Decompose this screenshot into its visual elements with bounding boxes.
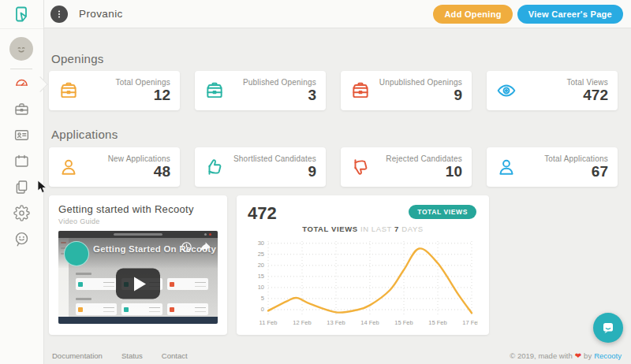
app-logo[interactable] [0, 0, 43, 29]
published-openings-card[interactable]: Published Openings 3 [195, 71, 326, 110]
svg-text:12 Feb: 12 Feb [293, 319, 311, 326]
svg-text:15 Feb: 15 Feb [394, 319, 413, 326]
settings-gear-icon[interactable] [13, 205, 30, 221]
openings-briefcase-icon[interactable] [13, 101, 30, 117]
pages-documents-icon[interactable] [13, 179, 30, 195]
stat-value: 472 [566, 87, 608, 104]
rejected-candidates-card[interactable]: Rejected Candidates 10 [341, 147, 472, 187]
briefcase-icon [350, 80, 371, 101]
company-name: Provanic [79, 8, 123, 20]
footer-link-status[interactable]: Status [121, 351, 143, 360]
video-overlay-title: Getting Started On Recooty [93, 244, 216, 254]
user-avatar[interactable] [9, 37, 33, 61]
svg-text:17 Feb: 17 Feb [462, 319, 478, 326]
person-icon [496, 157, 517, 177]
briefcase-icon [204, 80, 225, 101]
video-thumb-section-bar [76, 298, 91, 300]
applications-cards-row: New Applications 48 Shortlisted Candidat… [49, 147, 618, 187]
svg-text:15 Feb: 15 Feb [428, 319, 446, 326]
schedule-calendar-icon[interactable] [13, 153, 30, 169]
thumbs-up-icon [204, 157, 225, 177]
getting-started-card: Getting started with Recooty Video Guide… [49, 195, 227, 335]
add-opening-button[interactable]: Add Opening [433, 5, 512, 24]
watch-later-clock-icon[interactable] [181, 241, 192, 253]
new-applications-card[interactable]: New Applications 48 [49, 147, 180, 187]
play-button[interactable] [116, 269, 160, 299]
chat-launcher-button[interactable] [593, 313, 623, 343]
briefcase-icon [58, 80, 79, 101]
person-icon [58, 157, 79, 177]
svg-text:20: 20 [258, 262, 264, 269]
stat-label: Total Views [566, 78, 608, 87]
stat-value: 3 [243, 87, 316, 104]
video-player[interactable]: Getting Started On Recooty [58, 231, 218, 324]
svg-text:11 Feb: 11 Feb [259, 319, 278, 326]
openings-cards-row: Total Openings 12 Published Openings 3 U… [49, 71, 618, 110]
video-card-subtitle: Video Guide [58, 217, 218, 225]
total-views-badge: TOTAL VIEWS [409, 205, 476, 219]
stat-label: Shortlisted Candidates [233, 154, 316, 163]
total-views-chart-card: 472 TOTAL VIEWS TOTAL VIEWS IN LAST 7 DA… [237, 195, 489, 335]
footer: Documentation Status Contact © 2019, mad… [44, 347, 631, 364]
svg-text:14 Feb: 14 Feb [360, 319, 379, 326]
avatar-face-icon [13, 41, 29, 57]
video-thumb-card-row [76, 303, 208, 315]
svg-text:0: 0 [261, 306, 264, 313]
total-openings-card[interactable]: Total Openings 12 [49, 71, 180, 110]
stat-value: 10 [386, 164, 462, 180]
stat-value: 9 [233, 164, 316, 180]
stat-label: Total Openings [115, 78, 170, 87]
svg-text:15: 15 [258, 273, 264, 280]
svg-text:5: 5 [261, 295, 264, 302]
eye-icon [496, 80, 517, 101]
total-views-card[interactable]: Total Views 472 [487, 71, 618, 110]
copyright-text: © 2019, made with [510, 351, 572, 360]
recooty-logo-icon [13, 5, 32, 24]
kebab-menu-icon [54, 9, 64, 19]
svg-text:13 Feb: 13 Feb [327, 319, 345, 326]
stat-value: 48 [108, 164, 170, 180]
openings-section-title: Openings [51, 52, 104, 65]
chat-bubble-icon [601, 321, 615, 335]
total-views-line-chart: 05101520253011 Feb12 Feb13 Feb14 Feb15 F… [248, 235, 478, 329]
applications-section-title: Applications [51, 128, 118, 141]
share-arrow-icon[interactable] [199, 241, 211, 253]
shortlisted-candidates-card[interactable]: Shortlisted Candidates 9 [195, 147, 326, 187]
dashboard-gauge-icon[interactable] [13, 75, 30, 91]
stat-value: 67 [544, 164, 608, 180]
video-thumb-footer-bar [58, 317, 218, 324]
view-careers-page-button[interactable]: View Career's Page [517, 5, 623, 24]
chart-title: TOTAL VIEWS IN LAST 7 DAYS [248, 225, 478, 233]
stat-value: 12 [115, 87, 170, 104]
video-card-title: Getting started with Recooty [58, 203, 218, 215]
footer-link-documentation[interactable]: Documentation [52, 351, 103, 360]
total-applications-card[interactable]: Total Applications 67 [487, 147, 618, 187]
stat-label: New Applications [108, 154, 170, 163]
svg-text:10: 10 [258, 284, 264, 291]
recooty-brand-link[interactable]: Recooty [594, 351, 622, 360]
svg-text:25: 25 [258, 251, 264, 258]
sidebar-divider [10, 69, 32, 69]
stat-label: Published Openings [243, 78, 316, 87]
stat-label: Unpublished Openings [379, 78, 462, 87]
unpublished-openings-card[interactable]: Unpublished Openings 9 [341, 71, 472, 110]
video-thumb-channel-avatar [64, 241, 89, 266]
heart-icon: ❤ [575, 351, 581, 360]
video-thumb-browser-bar [58, 231, 218, 238]
topbar: Provanic Add Opening View Career's Page [44, 0, 631, 28]
sidebar [0, 0, 44, 364]
thumbs-down-icon [350, 157, 371, 177]
stat-value: 9 [379, 87, 462, 104]
video-thumb-section-bar [76, 273, 91, 275]
stat-label: Total Applications [544, 154, 608, 163]
company-menu-button[interactable] [50, 6, 68, 23]
svg-text:30: 30 [258, 240, 264, 247]
candidates-idcard-icon[interactable] [13, 127, 30, 143]
support-chat-smiley-icon[interactable] [13, 231, 30, 247]
footer-link-contact[interactable]: Contact [162, 351, 188, 360]
stat-label: Rejected Candidates [386, 154, 462, 163]
